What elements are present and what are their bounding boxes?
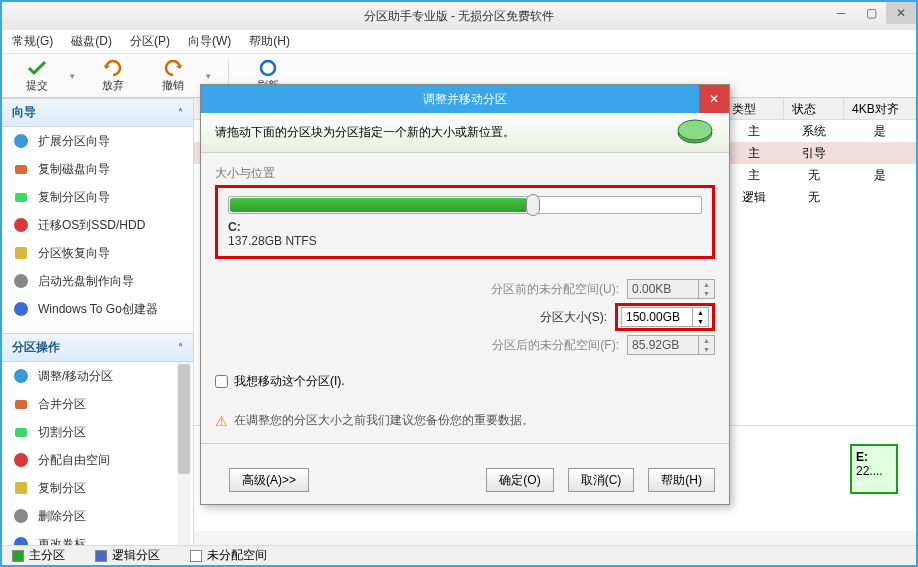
toolbar-undo[interactable]: 撤销 [146, 58, 200, 93]
cancel-button[interactable]: 取消(C) [568, 468, 635, 492]
window-title: 分区助手专业版 - 无损分区免费软件 [364, 8, 555, 25]
operation-item[interactable]: 分配自由空间 [2, 446, 193, 474]
legend-primary-swatch [12, 550, 24, 562]
wizard-item[interactable]: 启动光盘制作向导 [2, 267, 193, 295]
svg-point-7 [14, 369, 28, 383]
wizard-icon [12, 216, 30, 234]
wizard-icon [12, 132, 30, 150]
input-unalloc-before: ▲▼ [627, 279, 715, 299]
operation-item[interactable]: 删除分区 [2, 502, 193, 530]
spin-up[interactable]: ▲ [693, 308, 708, 317]
scrollbar[interactable] [177, 362, 191, 545]
input-partition-size[interactable]: ▲▼ [621, 307, 709, 327]
svg-rect-4 [15, 247, 27, 259]
wizard-icon [12, 300, 30, 318]
dropdown-icon[interactable]: ▾ [206, 71, 216, 81]
operation-item[interactable]: 复制分区 [2, 474, 193, 502]
svg-rect-2 [15, 193, 27, 202]
wizard-item-label: 迁移OS到SSD/HDD [38, 217, 145, 234]
wizard-icon [12, 272, 30, 290]
svg-point-16 [678, 120, 712, 140]
operation-icon [12, 535, 30, 545]
operation-item-label: 复制分区 [38, 480, 86, 497]
operation-item[interactable]: 调整/移动分区 [2, 362, 193, 390]
wizard-item-label: 启动光盘制作向导 [38, 273, 134, 290]
wizard-item-label: 扩展分区向导 [38, 133, 110, 150]
operation-icon [12, 451, 30, 469]
menubar: 常规(G) 磁盘(D) 分区(P) 向导(W) 帮助(H) [2, 30, 916, 54]
wizard-item[interactable]: 复制分区向导 [2, 183, 193, 211]
move-partition-label: 我想移动这个分区(I). [234, 373, 345, 390]
wizard-panel-header[interactable]: 向导 ˄ [2, 98, 193, 127]
operation-icon [12, 367, 30, 385]
undo-icon [161, 58, 185, 78]
operation-icon [12, 479, 30, 497]
size-highlight: ▲▼ [615, 303, 715, 331]
legend-bar: 主分区 逻辑分区 未分配空间 [2, 545, 916, 565]
drive-info: 137.28GB NTFS [228, 234, 317, 248]
col-4kb[interactable]: 4KB对齐 [844, 98, 916, 119]
svg-rect-8 [15, 400, 27, 409]
operation-item[interactable]: 更改卷标 [2, 530, 193, 545]
slider-handle[interactable] [526, 194, 540, 216]
wizard-item[interactable]: 扩展分区向导 [2, 127, 193, 155]
wizard-item[interactable]: 复制磁盘向导 [2, 155, 193, 183]
dialog-instruction: 请拖动下面的分区块为分区指定一个新的大小或新位置。 [215, 124, 515, 141]
svg-point-10 [14, 453, 28, 467]
advanced-button[interactable]: 高级(A)>> [229, 468, 309, 492]
menu-wizard[interactable]: 向导(W) [188, 33, 231, 50]
partition-fill [230, 198, 527, 212]
legend-logical-swatch [95, 550, 107, 562]
disk-block-e[interactable]: E: 22.... [850, 444, 898, 494]
operation-item-label: 调整/移动分区 [38, 368, 113, 385]
toolbar-commit[interactable]: 提交 [10, 58, 64, 93]
operation-item-label: 更改卷标 [38, 536, 86, 546]
svg-point-12 [14, 509, 28, 523]
maximize-button[interactable]: ▢ [856, 2, 886, 24]
wizard-item[interactable]: Windows To Go创建器 [2, 295, 193, 323]
operation-icon [12, 507, 30, 525]
wizard-item-label: 复制磁盘向导 [38, 161, 110, 178]
operation-item[interactable]: 合并分区 [2, 390, 193, 418]
toolbar-discard[interactable]: 放弃 [86, 58, 140, 93]
wizard-item-label: 复制分区向导 [38, 189, 110, 206]
horizontal-scrollbar[interactable] [194, 531, 916, 545]
ok-button[interactable]: 确定(O) [486, 468, 553, 492]
dialog-titlebar[interactable]: 调整并移动分区 ✕ [201, 85, 729, 113]
svg-rect-1 [15, 165, 27, 174]
menu-help[interactable]: 帮助(H) [249, 33, 290, 50]
dropdown-icon[interactable]: ▾ [70, 71, 80, 81]
label-partition-size: 分区大小(S): [540, 309, 607, 326]
operation-item-label: 切割分区 [38, 424, 86, 441]
input-unalloc-after: ▲▼ [627, 335, 715, 355]
move-partition-checkbox[interactable] [215, 375, 228, 388]
window-close-button[interactable]: ✕ [886, 2, 916, 24]
warning-text: 在调整您的分区大小之前我们建议您备份您的重要数据。 [234, 412, 534, 429]
operation-item[interactable]: 切割分区 [2, 418, 193, 446]
wizard-icon [12, 188, 30, 206]
partition-slider[interactable] [228, 196, 702, 214]
size-position-label: 大小与位置 [215, 165, 715, 182]
menu-general[interactable]: 常规(G) [12, 33, 53, 50]
chevron-up-icon: ˄ [178, 107, 183, 118]
legend-unalloc-swatch [190, 550, 202, 562]
svg-rect-11 [15, 482, 27, 494]
help-button[interactable]: 帮助(H) [648, 468, 715, 492]
svg-point-3 [14, 218, 28, 232]
menu-partition[interactable]: 分区(P) [130, 33, 170, 50]
operation-item-label: 合并分区 [38, 396, 86, 413]
minimize-button[interactable]: ─ [826, 2, 856, 24]
resize-move-dialog: 调整并移动分区 ✕ 请拖动下面的分区块为分区指定一个新的大小或新位置。 大小与位… [200, 84, 730, 505]
spin-down[interactable]: ▼ [693, 317, 708, 326]
wizard-item[interactable]: 分区恢复向导 [2, 239, 193, 267]
operation-icon [12, 395, 30, 413]
label-unalloc-before: 分区前的未分配空间(U): [491, 281, 619, 298]
col-type[interactable]: 类型 [724, 98, 784, 119]
wizard-item[interactable]: 迁移OS到SSD/HDD [2, 211, 193, 239]
dialog-close-button[interactable]: ✕ [699, 85, 729, 113]
menu-disk[interactable]: 磁盘(D) [71, 33, 112, 50]
operation-item-label: 分配自由空间 [38, 452, 110, 469]
svg-point-13 [14, 537, 28, 545]
col-status[interactable]: 状态 [784, 98, 844, 119]
ops-panel-header[interactable]: 分区操作 ˄ [2, 333, 193, 362]
